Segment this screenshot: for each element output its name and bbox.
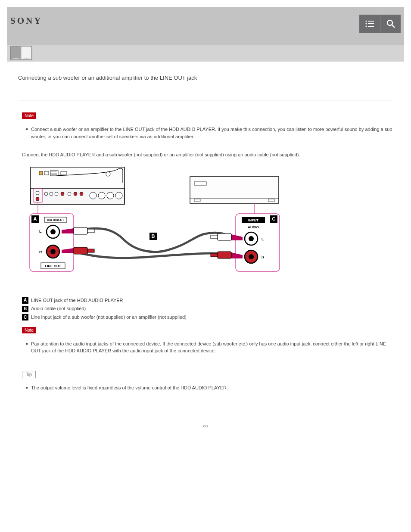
legend-letter-c: C (22, 314, 28, 320)
svg-point-27 (80, 192, 83, 196)
svg-point-4 (365, 25, 367, 27)
bullet-dot (26, 343, 28, 345)
svg-rect-61 (74, 247, 87, 254)
search-button[interactable] (380, 15, 401, 33)
svg-point-22 (50, 192, 53, 196)
svg-point-19 (36, 191, 39, 195)
note-badge-1: Note (22, 112, 36, 119)
svg-point-52 (249, 236, 254, 241)
menu-button[interactable] (359, 15, 380, 33)
connection-diagram: D/A DIRECT L R LINE OUT A INPUT AUDIO (22, 165, 280, 286)
svg-rect-5 (368, 26, 374, 27)
panel-c-title: INPUT (248, 218, 258, 222)
help-guide-book-icon (9, 45, 33, 61)
svg-point-6 (387, 20, 392, 25)
panel-c-sub: AUDIO (248, 225, 259, 229)
svg-point-28 (90, 192, 97, 199)
svg-point-21 (44, 192, 48, 196)
menu-icon (365, 20, 374, 27)
svg-point-24 (61, 192, 64, 196)
note-1: Connect a sub woofer or an amplifier to … (26, 126, 393, 140)
tip-badge: Tip (22, 371, 36, 378)
panel-a-sub: LINE OUT (45, 264, 61, 268)
legend-c-text: Line input jack of a sub woofer (not sup… (31, 313, 187, 322)
svg-point-45 (50, 249, 56, 254)
svg-text:B: B (152, 233, 155, 239)
panel-a-R: R (39, 250, 42, 254)
svg-rect-68 (211, 253, 218, 257)
legend-a-text: LINE OUT jack of the HDD AUDIO PLAYER (31, 296, 123, 305)
page-content: Connecting a sub woofer or an additional… (7, 62, 404, 453)
top-buttons (359, 15, 401, 33)
panel-c-R: R (262, 255, 265, 259)
svg-rect-1 (368, 21, 374, 22)
svg-point-25 (68, 192, 71, 196)
svg-point-2 (365, 23, 367, 24)
legend-letter-a: A (22, 297, 28, 304)
bullet-dot (26, 128, 28, 130)
sub-header-strip (7, 45, 404, 62)
svg-text:C: C (272, 216, 276, 221)
svg-rect-17 (61, 171, 67, 175)
svg-point-43 (50, 229, 56, 234)
tip: The output volume level is fixed regardl… (26, 384, 393, 392)
legend-b-text: Audio cable (not supplied) (31, 305, 86, 313)
svg-rect-62 (87, 249, 94, 252)
svg-rect-64 (218, 233, 231, 240)
svg-point-23 (55, 192, 58, 196)
bullet-dot (26, 387, 28, 389)
note-2: Pay attention to the audio input jacks o… (26, 340, 393, 355)
svg-text:A: A (34, 216, 37, 221)
page-number: 83 (18, 424, 393, 428)
svg-rect-65 (211, 235, 218, 239)
svg-rect-3 (368, 23, 374, 24)
svg-point-30 (107, 192, 114, 199)
divider (18, 100, 393, 100)
note-2-text: Pay attention to the audio input jacks o… (31, 340, 393, 355)
svg-rect-38 (268, 199, 274, 202)
panel-a-title: D/A DIRECT (47, 218, 65, 221)
svg-rect-34 (190, 177, 279, 203)
svg-rect-35 (194, 182, 206, 185)
svg-rect-11 (39, 171, 43, 175)
legend-a: A LINE OUT jack of the HDD AUDIO PLAYER (22, 296, 393, 305)
intro-text: Connect the HDD AUDIO PLAYER and a sub w… (22, 151, 393, 159)
header-bar: SONY (7, 7, 404, 62)
svg-rect-37 (194, 199, 200, 202)
svg-rect-58 (74, 227, 87, 234)
legend-b: B Audio cable (not supplied) (22, 305, 393, 313)
svg-point-20 (36, 197, 39, 201)
svg-point-31 (115, 192, 122, 199)
svg-point-54 (249, 254, 254, 259)
svg-point-29 (98, 192, 105, 199)
note-badge-2: Note (22, 327, 36, 333)
svg-point-26 (74, 192, 77, 196)
legend-c: C Line input jack of a sub woofer (not s… (22, 313, 393, 322)
svg-rect-59 (87, 229, 94, 233)
svg-line-7 (392, 25, 395, 28)
svg-rect-12 (44, 171, 49, 175)
page-title: Connecting a sub woofer or an additional… (18, 75, 393, 81)
tip-text: The output volume level is fixed regardl… (31, 384, 228, 392)
brand-logo: SONY (10, 16, 42, 26)
svg-rect-67 (218, 252, 231, 258)
note-1-text: Connect a sub woofer or an amplifier to … (31, 126, 393, 140)
legend-letter-b: B (22, 306, 28, 312)
svg-point-0 (365, 20, 367, 22)
panel-a-L: L (39, 229, 42, 233)
panel-c-L: L (262, 237, 264, 241)
svg-point-18 (106, 172, 110, 176)
diagram-legend: A LINE OUT jack of the HDD AUDIO PLAYER … (22, 296, 393, 322)
search-icon (386, 19, 395, 28)
